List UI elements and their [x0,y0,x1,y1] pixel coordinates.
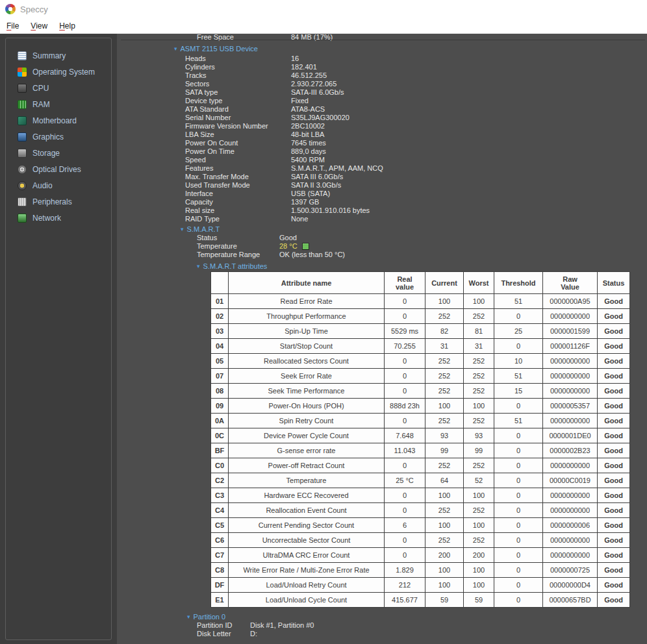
section-partition-header[interactable]: ▾ Partition 0 [187,612,647,621]
cell-id: 0C [211,428,229,443]
cell-raw: 0000000725 [543,563,598,578]
cell-threshold: 10 [494,354,543,369]
smart-attribute-row-03: 03Spin-Up Time5529 ms8281250000001599Goo… [211,324,630,339]
cell-id: C8 [211,563,229,578]
info-row-status: StatusGood [197,234,647,242]
cell-threshold: 0 [494,309,543,324]
cell-id: 05 [211,354,229,369]
menu-view[interactable]: View [25,21,53,31]
smart-attribute-row-C2: C2Temperature25 °C6452000000C0019Good [211,473,630,488]
cell-real: 0 [385,548,425,563]
cell-current: 200 [425,548,464,563]
sidebar-item-label: Optical Drives [32,165,81,174]
smart-table-body: 01Read Error Rate0100100510000000A95Good… [211,294,630,608]
cell-real: 0 [385,294,425,309]
info-label: Features [185,164,291,173]
cell-threshold: 15 [494,384,543,399]
smart-attribute-row-C6: C6Uncorrectable Sector Count025225200000… [211,533,630,548]
cell-real: 5529 ms [385,324,425,339]
sidebar-item-ram[interactable]: RAM [6,96,111,112]
cell-raw: 00000C0019 [543,473,598,488]
cell-raw: 000001126F [543,339,598,354]
cell-status: Good [598,563,630,578]
sidebar-item-operating-system[interactable]: Operating System [6,64,111,80]
cell-worst: 31 [464,339,494,354]
cell-worst: 252 [464,414,494,428]
app-title: Speccy [20,5,48,14]
sidebar-item-graphics[interactable]: Graphics [6,129,111,145]
cell-status: Good [598,443,630,458]
info-row-features: FeaturesS.M.A.R.T., APM, AAM, NCQ [185,164,647,173]
cell-id: C4 [211,503,229,518]
cell-id: C0 [211,458,229,473]
cell-real: 0 [385,309,425,324]
cell-id: C2 [211,473,229,488]
cell-real: 11.043 [385,443,425,458]
sidebar-item-storage[interactable]: Storage [6,145,111,161]
info-row-firmware-version-number: Firmware Version Number2BC10002 [185,122,647,130]
cell-status: Good [598,548,630,563]
cpu-icon [18,84,27,93]
cell-real: 0 [385,503,425,518]
cell-status: Good [598,369,630,384]
menu-help[interactable]: Help [53,21,81,31]
cell-threshold: 51 [494,414,543,428]
cell-raw: 0000001599 [543,324,598,339]
collapse-arrow-icon: ▾ [181,225,184,234]
sidebar-item-cpu[interactable]: CPU [6,80,111,96]
sidebar-item-label: Operating System [32,68,95,77]
smart-attribute-row-DF: DFLoad/Unload Retry Count212100100000000… [211,578,630,593]
cell-current: 31 [425,339,464,354]
sidebar: SummaryOperating SystemCPURAMMotherboard… [0,34,117,644]
section-smart-attributes-header[interactable]: ▾ S.M.A.R.T attributes [197,262,647,271]
sidebar-item-audio[interactable]: Audio [6,177,111,193]
cell-real: 6 [385,518,425,533]
info-value: Good [279,234,297,242]
info-label: Speed [185,156,291,164]
section-smart-header[interactable]: ▾ S.M.A.R.T [181,225,647,234]
content-area[interactable]: Free Space 84 MB (17%) ▾ ASMT 2115 USB D… [117,34,647,644]
cell-raw: 0000002B23 [543,443,598,458]
cell-status: Good [598,593,630,608]
smart-attribute-row-01: 01Read Error Rate0100100510000000A95Good [211,294,630,309]
sidebar-item-label: CPU [32,84,49,93]
cell-id: C3 [211,488,229,503]
cell-threshold: 0 [494,458,543,473]
temperature-graph-icon [302,243,309,250]
cell-real: 70.255 [385,339,425,354]
info-value: SATA III 6.0Gb/s [291,173,343,181]
smart-attribute-row-04: 04Start/Stop Count70.25531310000001126FG… [211,339,630,354]
cell-current: 252 [425,384,464,399]
cell-current: 252 [425,458,464,473]
section-device-header[interactable]: ▾ ASMT 2115 USB Device [174,44,647,53]
cell-real: 1.829 [385,563,425,578]
menu-accelerator: F [6,21,11,31]
menu-file[interactable]: File [1,21,25,31]
cell-id: BF [211,443,229,458]
device-info-list: Heads16Cylinders182.401Tracks46.512.255S… [185,55,647,223]
info-label: Power On Count [185,139,291,147]
cell-current: 100 [425,578,464,593]
cell-threshold: 51 [494,294,543,309]
sidebar-item-peripherals[interactable]: Peripherals [6,193,111,210]
sidebar-item-summary[interactable]: Summary [6,47,111,64]
cell-threshold: 0 [494,488,543,503]
cell-raw: 0000000000 [543,458,598,473]
info-value: S.M.A.R.T., APM, AAM, NCQ [291,164,383,173]
sidebar-item-network[interactable]: Network [6,210,111,226]
header-status: Status [598,272,630,294]
sidebar-item-motherboard[interactable]: Motherboard [6,112,111,129]
cell-id: C5 [211,518,229,533]
cell-current: 99 [425,443,464,458]
cell-name: Start/Stop Count [229,339,385,354]
info-label: Capacity [185,198,291,206]
cell-threshold: 0 [494,503,543,518]
sidebar-item-optical-drives[interactable]: Optical Drives [6,161,111,177]
cell-id: 0A [211,414,229,428]
cell-worst: 252 [464,503,494,518]
info-value: 48-bit LBA [291,130,324,139]
storage-icon [18,149,27,158]
cell-threshold: 0 [494,593,543,608]
cell-name: Power-On Hours (POH) [229,399,385,414]
cell-real: 415.677 [385,593,425,608]
